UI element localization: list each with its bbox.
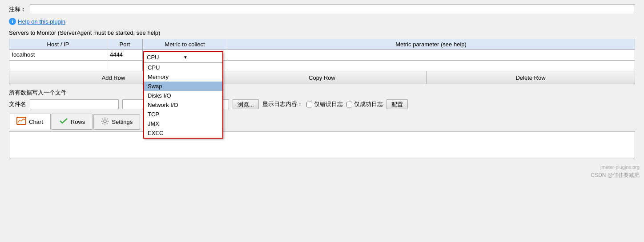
info-icon: i (9, 18, 16, 25)
col-host: Host / IP (9, 39, 107, 50)
servers-section-title: Servers to Monitor (ServerAgent must be … (9, 29, 635, 36)
tab-settings[interactable]: Settings (93, 114, 140, 130)
rows-tab-icon (59, 117, 68, 127)
server-table: Host / IP Port Metric to collect Metric … (9, 39, 635, 71)
error-log-checkbox[interactable] (306, 102, 312, 107)
success-log-checkbox[interactable] (346, 102, 352, 107)
dropdown-item-exec[interactable]: EXEC (144, 128, 222, 138)
dropdown-item-tcp[interactable]: TCP (144, 110, 222, 119)
content-area (9, 131, 635, 158)
metric-dropdown[interactable]: CPU ▼ CPU Memory Swap Disks I/O Network … (143, 51, 223, 139)
col-metric: Metric to collect (143, 39, 227, 50)
col-port: Port (107, 39, 143, 50)
dropdown-item-swap[interactable]: Swap (144, 82, 222, 91)
tab-chart-label: Chart (29, 119, 43, 125)
dropdown-item-jmx[interactable]: JMX (144, 119, 222, 128)
tab-settings-label: Settings (112, 119, 133, 125)
note-input[interactable] (30, 4, 635, 14)
host-cell: localhost (9, 50, 107, 61)
table-row-empty (9, 61, 635, 71)
all-data-label: 所有数据写入一个文件 (9, 89, 67, 97)
dropdown-item-cpu[interactable]: CPU (144, 63, 222, 72)
dropdown-current-value: CPU (147, 54, 183, 61)
csdn-watermark: CSDN @佳佳要减肥 (591, 172, 640, 178)
dropdown-header[interactable]: CPU ▼ (144, 52, 222, 63)
success-log-checkbox-label[interactable]: 仅成功日志 (346, 100, 383, 108)
dropdown-item-disks-io[interactable]: Disks I/O (144, 91, 222, 100)
delete-row-button[interactable]: Delete Row (427, 71, 635, 84)
settings-tab-icon (101, 117, 109, 127)
jmeter-plugins-text: jmeter-plugins.org (600, 164, 640, 170)
svg-point-2 (104, 120, 106, 123)
tab-rows-label: Rows (71, 119, 85, 125)
help-link[interactable]: i Help on this plugin (9, 18, 635, 25)
error-log-checkbox-label[interactable]: 仅错误日志 (306, 100, 343, 108)
success-log-label: 仅成功日志 (354, 100, 383, 108)
file-label: 文件名 (9, 100, 26, 108)
tabs-row: Chart Rows Settings (9, 114, 635, 130)
port-cell: 4444 (107, 50, 143, 61)
log-display-label: 显示日志内容： (262, 100, 303, 108)
dropdown-list: CPU Memory Swap Disks I/O Network I/O TC… (144, 63, 222, 138)
tab-chart[interactable]: Chart (9, 114, 51, 130)
browse-button[interactable]: 浏览... (233, 99, 259, 109)
dropdown-item-memory[interactable]: Memory (144, 72, 222, 82)
error-log-label: 仅错误日志 (314, 100, 343, 108)
chart-tab-icon (16, 117, 26, 127)
dropdown-arrow-icon: ▼ (183, 55, 220, 60)
config-button[interactable]: 配置 (386, 99, 408, 109)
tab-rows[interactable]: Rows (52, 114, 93, 130)
param-cell (227, 50, 635, 61)
table-button-row: Add Row Copy Row Delete Row (9, 71, 635, 84)
col-param: Metric parameter (see help) (227, 39, 635, 50)
footer-watermarks: jmeter-plugins.org (0, 163, 644, 172)
note-label: 注释： (9, 5, 26, 13)
dropdown-item-network-io[interactable]: Network I/O (144, 100, 222, 110)
copy-row-button[interactable]: Copy Row (218, 71, 427, 84)
table-row: localhost 4444 (9, 50, 635, 61)
help-link-text: Help on this plugin (18, 18, 65, 25)
file-input[interactable] (30, 99, 119, 109)
